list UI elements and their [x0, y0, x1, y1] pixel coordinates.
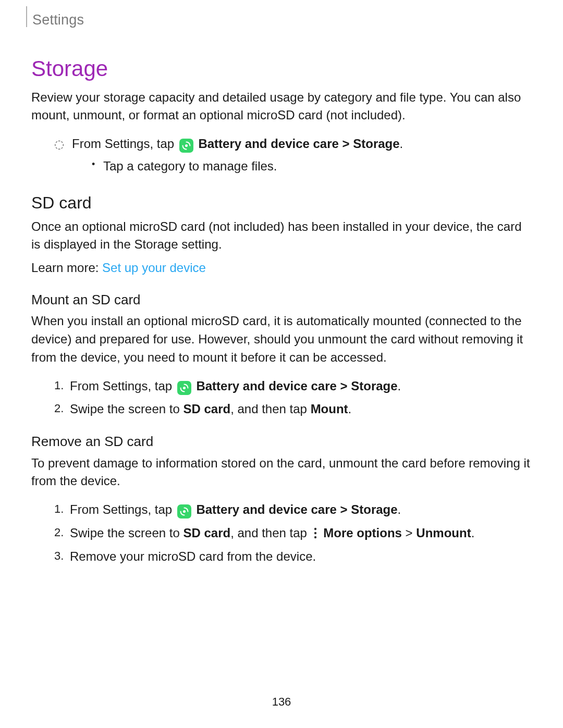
header-rule: [26, 6, 27, 27]
bold-text: More options: [320, 526, 402, 540]
bold-text: SD card: [183, 526, 230, 540]
text: From Settings, tap: [70, 379, 172, 393]
bold-text: Mount: [311, 402, 348, 416]
text: .: [348, 402, 352, 416]
device-care-icon: [177, 504, 191, 519]
bold-text: Battery and device care > Storage: [198, 137, 399, 151]
intro-text: Review your storage capacity and detaile…: [31, 89, 532, 125]
more-options-icon: [312, 527, 319, 539]
device-care-icon: [177, 381, 191, 395]
learn-more-link[interactable]: Set up your device: [102, 261, 206, 275]
mount-steps: From Settings, tap Battery and device ca…: [31, 377, 532, 419]
bold-text: Battery and device care > Storage: [196, 379, 397, 393]
top-instruction-list: From Settings, tap Battery and device ca…: [31, 135, 532, 176]
svg-point-2: [183, 510, 186, 513]
bold-text: Unmount: [416, 526, 471, 540]
text: .: [400, 137, 403, 151]
list-item: From Settings, tap Battery and device ca…: [54, 501, 532, 519]
text: From Settings, tap: [70, 502, 172, 516]
remove-steps: From Settings, tap Battery and device ca…: [31, 501, 532, 565]
text: .: [398, 502, 401, 516]
mount-text: When you install an optional microSD car…: [31, 312, 532, 366]
sd-card-text: Once an optional microSD card (not inclu…: [31, 218, 532, 254]
nested-list: Tap a category to manage files.: [72, 157, 532, 176]
list-item: From Settings, tap Battery and device ca…: [54, 377, 532, 396]
text: , and then tap: [230, 526, 310, 540]
svg-point-0: [185, 144, 188, 147]
remove-text: To prevent damage to information stored …: [31, 454, 532, 491]
list-item: From Settings, tap Battery and device ca…: [54, 135, 532, 176]
bold-text: Battery and device care > Storage: [196, 502, 397, 516]
list-item: Remove your microSD card from the device…: [54, 548, 532, 566]
list-item: Tap a category to manage files.: [92, 157, 532, 176]
svg-point-3: [314, 528, 316, 530]
breadcrumb: Settings: [32, 10, 532, 30]
svg-point-4: [314, 532, 316, 534]
subheading-mount: Mount an SD card: [31, 290, 532, 309]
text: .: [398, 379, 401, 393]
subheading-remove: Remove an SD card: [31, 432, 532, 451]
learn-more-label: Learn more:: [31, 261, 102, 275]
list-item: Swipe the screen to SD card, and then ta…: [54, 524, 532, 542]
text: , and then tap: [230, 402, 310, 416]
list-item: Swipe the screen to SD card, and then ta…: [54, 400, 532, 418]
text: >: [402, 526, 416, 540]
text: From Settings, tap: [72, 137, 174, 151]
text: .: [471, 526, 475, 540]
page-number: 136: [0, 694, 563, 710]
svg-point-5: [314, 536, 316, 538]
svg-point-1: [183, 387, 186, 389]
section-heading-sd-card: SD card: [31, 191, 532, 215]
page-title: Storage: [31, 54, 532, 84]
text: Swipe the screen to: [70, 402, 183, 416]
text: Swipe the screen to: [70, 526, 183, 540]
bold-text: SD card: [183, 402, 230, 416]
device-care-icon: [179, 139, 193, 153]
learn-more-line: Learn more: Set up your device: [31, 259, 532, 277]
